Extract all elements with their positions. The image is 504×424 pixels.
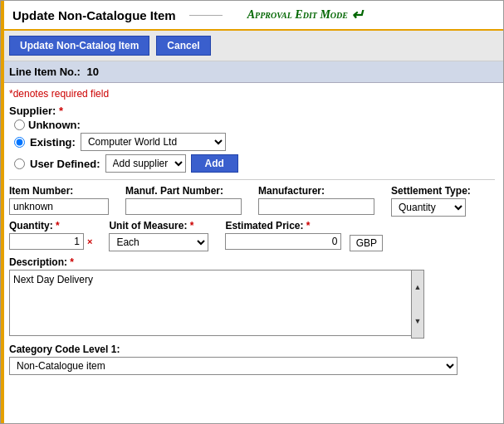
scroll-up-button[interactable]: ▲ (412, 270, 423, 305)
quantity-label: Quantity: * (9, 220, 92, 231)
category-code-label: Category Code Level 1: (9, 344, 495, 355)
supplier-existing-radio[interactable] (14, 137, 25, 148)
cancel-button[interactable]: Cancel (156, 36, 210, 56)
supplier-existing-label: Existing: (30, 136, 76, 149)
settlement-type-label: Settlement Type: (391, 185, 471, 197)
page-title: Update Non-Catalogue Item (12, 8, 176, 22)
supplier-user-defined-radio[interactable] (14, 158, 25, 169)
scroll-down-button[interactable]: ▼ (412, 305, 423, 339)
description-required-star: * (70, 256, 74, 268)
supplier-unknown-radio[interactable] (14, 119, 25, 130)
supplier-required-star: * (56, 105, 63, 117)
approval-arrow-icon: ↵ (351, 6, 364, 24)
add-supplier-button[interactable]: Add (191, 154, 238, 173)
update-non-catalog-button[interactable]: Update Non-Catalog Item (9, 36, 149, 56)
required-note: *denotes required field (1, 83, 503, 101)
add-supplier-dropdown[interactable]: Add supplier (105, 154, 186, 173)
description-label: Description: (9, 256, 67, 268)
manuf-part-input[interactable] (125, 198, 242, 215)
description-scrollbar: ▲ ▼ (411, 270, 424, 339)
approval-mode-label: Approval Edit Mode ↵ (247, 6, 364, 24)
supplier-user-defined-label: User Defined: (30, 158, 100, 170)
manufacturer-label: Manufacturer: (258, 185, 374, 197)
settlement-type-dropdown[interactable]: Quantity (391, 198, 466, 217)
manufacturer-input[interactable] (258, 198, 374, 215)
estimated-price-input[interactable] (225, 233, 341, 250)
supplier-existing-dropdown[interactable]: Computer World Ltd (81, 133, 226, 151)
quantity-input[interactable] (9, 233, 84, 250)
item-number-input[interactable] (9, 198, 109, 215)
currency-display: GBP (350, 235, 383, 251)
estimated-price-label: Estimated Price: * (225, 220, 341, 231)
description-textarea[interactable]: Next Day Delivery (9, 270, 424, 336)
unit-of-measure-label: Unit of Measure: * (109, 220, 208, 231)
description-wrapper: Next Day Delivery ▲ ▼ (9, 270, 424, 339)
quantity-clear-icon[interactable]: × (87, 236, 92, 246)
toolbar: Update Non-Catalog Item Cancel (1, 31, 503, 61)
section-bar: Line Item No.: 10 (1, 61, 503, 83)
unit-of-measure-dropdown[interactable]: Each (109, 233, 208, 251)
manuf-part-label: Manuf. Part Number: (125, 185, 242, 197)
supplier-label: Supplier: (9, 105, 56, 117)
supplier-unknown-label: Unknown: (28, 119, 81, 131)
item-number-label: Item Number: (9, 185, 109, 197)
category-code-dropdown[interactable]: Non-Catalogue item (9, 357, 458, 375)
